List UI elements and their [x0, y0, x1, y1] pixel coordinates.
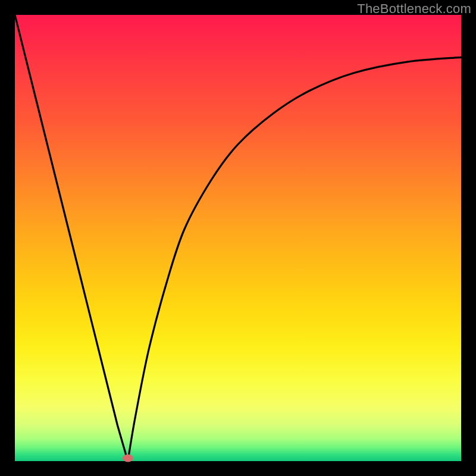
chart-frame: TheBottleneck.com	[0, 0, 476, 476]
bottleneck-curve	[15, 15, 461, 461]
watermark-text: TheBottleneck.com	[357, 1, 471, 17]
minimum-marker-icon	[123, 454, 133, 462]
chart-plot-area	[15, 15, 461, 461]
curve-path	[15, 15, 461, 461]
